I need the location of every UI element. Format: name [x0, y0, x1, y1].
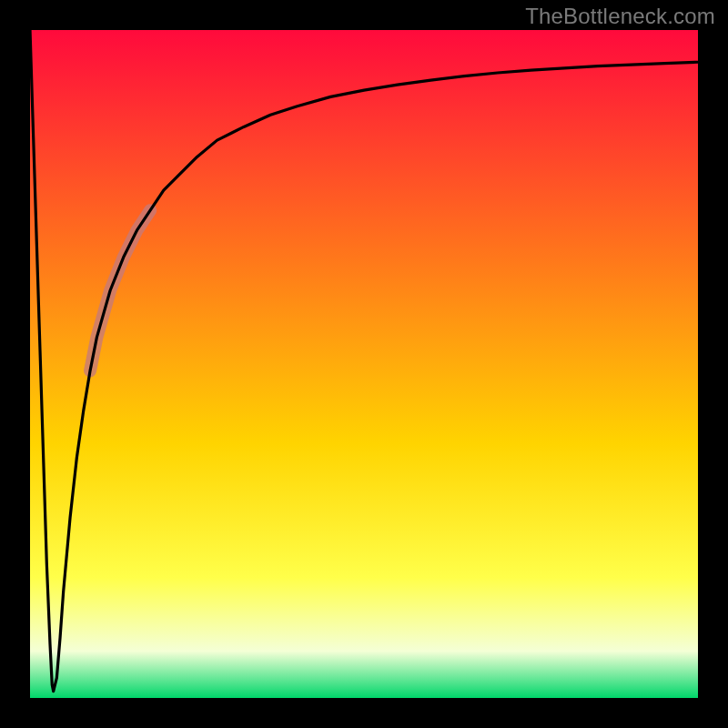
- chart-container: [0, 0, 728, 728]
- frame-bottom: [0, 698, 728, 728]
- frame-left: [0, 0, 30, 728]
- plot-background: [30, 30, 698, 698]
- watermark-text: TheBottleneck.com: [525, 4, 715, 29]
- frame-right: [698, 0, 728, 728]
- chart-svg: [0, 0, 728, 728]
